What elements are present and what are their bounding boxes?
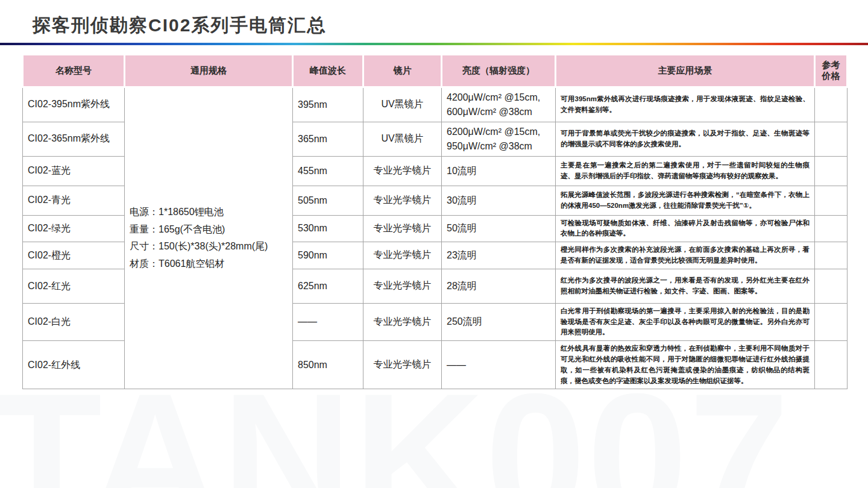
brightness-cell: 50流明 <box>442 215 556 242</box>
brightness-cell: 4200μW/cm² @15cm, 600μW/cm² @38cm <box>442 87 556 122</box>
lens-cell: 专业光学镜片 <box>363 156 442 186</box>
header-application: 主要应用场景 <box>556 55 815 87</box>
price-cell <box>815 242 848 269</box>
lens-cell: 专业光学镜片 <box>363 341 442 389</box>
application-cell: 白光常用于刑侦勘察现场的第一遍搜寻，主要采用掠入射的光检验法，目的是勘验现场是否… <box>556 303 815 340</box>
price-cell <box>815 122 848 156</box>
model-cell: CI02-365nm紫外线 <box>23 122 125 156</box>
brightness-cell: 10流明 <box>442 156 556 186</box>
header-lens: 镜片 <box>363 55 442 87</box>
wavelength-cell: 365nm <box>293 122 363 156</box>
wavelength-cell: 530nm <box>293 215 363 242</box>
lens-cell: UV黑镜片 <box>363 122 442 156</box>
lens-cell: 专业光学镜片 <box>363 303 442 340</box>
price-cell <box>815 303 848 340</box>
wavelength-cell: 455nm <box>293 156 363 186</box>
rainbow-divider <box>0 43 868 45</box>
model-cell: CI02-青光 <box>23 186 125 215</box>
price-cell <box>815 341 848 389</box>
application-cell: 可用于背景简单或荧光干扰较少的痕迹搜索，以及对于指纹、足迹、生物斑迹等的增强显示… <box>556 122 815 156</box>
model-cell: CI02-蓝光 <box>23 156 125 186</box>
model-cell: CI02-橙光 <box>23 242 125 269</box>
brightness-cell: 30流明 <box>442 186 556 215</box>
application-cell: 橙光同样作为多次搜索的补充波段光源，在前面多次搜索的基础上再次所寻，看是否有新的… <box>556 242 815 269</box>
application-cell: 拓展光源峰值波长范围，多波段光源进行各种搜索检测，“在暗室条件下，衣物上的体液用… <box>556 186 815 215</box>
wavelength-cell: 395nm <box>293 87 363 122</box>
brightness-cell: 250流明 <box>442 303 556 340</box>
brightness-cell: —— <box>442 341 556 389</box>
table-row: CI02-395nm紫外线 电源：1*18650锂电池 重量：165g(不含电池… <box>23 87 848 122</box>
price-cell <box>815 87 848 122</box>
model-cell: CI02-白光 <box>23 303 125 340</box>
application-cell: 主要是在第一遍搜索之后的第二遍搜索使用，对于一些遗留时间较短的生物痕迹、显示剂增… <box>556 156 815 186</box>
price-cell <box>815 269 848 303</box>
table-body: CI02-395nm紫外线 电源：1*18650锂电池 重量：165g(不含电池… <box>23 87 848 389</box>
lens-cell: 专业光学镜片 <box>363 186 442 215</box>
flashlight-spec-table: 名称型号 通用规格 峰值波长 镜片 亮度（辐射强度） 主要应用场景 参考价格 C… <box>22 55 848 389</box>
application-cell: 可用395nm紫外线再次进行现场痕迹搜索，用于发现体液斑迹、指纹足迹检验、文件资… <box>556 87 815 122</box>
lens-cell: 专业光学镜片 <box>363 215 442 242</box>
application-cell: 红外线具有显著的热效应和穿透力特性，在刑侦勘察中，主要利用不同物质对于可见光和红… <box>556 341 815 389</box>
model-cell: CI02-红外线 <box>23 341 125 389</box>
wavelength-cell: 625nm <box>293 269 363 303</box>
header-row: 名称型号 通用规格 峰值波长 镜片 亮度（辐射强度） 主要应用场景 参考价格 <box>23 55 848 87</box>
page-title: 探客刑侦勘察CI02系列手电筒汇总 <box>33 13 326 38</box>
header-price: 参考价格 <box>815 55 848 87</box>
price-cell <box>815 215 848 242</box>
lens-cell: 专业光学镜片 <box>363 242 442 269</box>
model-cell: CI02-395nm紫外线 <box>23 87 125 122</box>
brightness-cell: 28流明 <box>442 269 556 303</box>
table-header: 名称型号 通用规格 峰值波长 镜片 亮度（辐射强度） 主要应用场景 参考价格 <box>23 55 848 87</box>
header-brightness: 亮度（辐射强度） <box>442 55 556 87</box>
application-cell: 红光作为多次搜寻的波段光源之一，用来看是否有的发现，另外红光主要在红外照相前对油… <box>556 269 815 303</box>
price-cell <box>815 186 848 215</box>
wavelength-cell: 590nm <box>293 242 363 269</box>
brightness-cell: 23流明 <box>442 242 556 269</box>
price-cell <box>815 156 848 186</box>
wavelength-cell: 850nm <box>293 341 363 389</box>
shared-specs-cell: 电源：1*18650锂电池 重量：165g(不含电池) 尺寸：150(长)*38… <box>125 87 293 389</box>
header-wavelength: 峰值波长 <box>293 55 363 87</box>
application-cell: 可检验现场可疑物质如体液、纤维、油漆碎片及射击残留物等，亦可检验尸体和衣物上的各… <box>556 215 815 242</box>
wavelength-cell: 505nm <box>293 186 363 215</box>
wavelength-cell: —— <box>293 303 363 340</box>
model-cell: CI02-红光 <box>23 269 125 303</box>
brightness-cell: 6200μW/cm² @15cm, 950μW/cm² @38cm <box>442 122 556 156</box>
header-specs: 通用规格 <box>125 55 293 87</box>
header-model: 名称型号 <box>23 55 125 87</box>
model-cell: CI02-绿光 <box>23 215 125 242</box>
lens-cell: UV黑镜片 <box>363 87 442 122</box>
lens-cell: 专业光学镜片 <box>363 269 442 303</box>
